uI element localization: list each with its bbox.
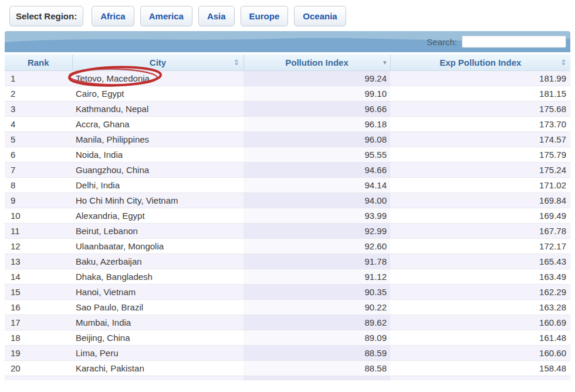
cell-pollution: 91.12 bbox=[243, 269, 390, 284]
cell-rank: 15 bbox=[5, 284, 72, 299]
cell-exp: 175.79 bbox=[390, 147, 570, 162]
column-header-city[interactable]: City ⇕ bbox=[72, 55, 243, 70]
table-row[interactable]: 15Hanoi, Vietnam90.35162.29 bbox=[5, 284, 570, 299]
table-row[interactable]: 16Sao Paulo, Brazil90.22163.28 bbox=[5, 299, 570, 315]
table-row[interactable]: 13Baku, Azerbaijan91.78165.43 bbox=[5, 254, 570, 269]
cell-pollution: 89.09 bbox=[243, 330, 390, 345]
cell-city bbox=[72, 376, 243, 380]
cell-exp: 163.49 bbox=[390, 269, 570, 284]
cell-exp: 162.29 bbox=[390, 284, 570, 299]
cell-city: Cairo, Egypt bbox=[72, 86, 243, 101]
cell-exp: 165.43 bbox=[390, 254, 570, 269]
cell-rank: 7 bbox=[5, 162, 72, 177]
table-row[interactable]: 5Manila, Philippines96.08174.57 bbox=[5, 131, 570, 147]
region-button-asia[interactable]: Asia bbox=[198, 6, 235, 26]
pollution-table: Rank City ⇕ Pollution Index ▾ Exp Pollut… bbox=[5, 55, 570, 380]
cell-pollution: 96.18 bbox=[243, 116, 390, 131]
table-row[interactable]: 7Guangzhou, China94.66175.24 bbox=[5, 162, 570, 177]
table-row[interactable]: 18Beijing, China89.09161.48 bbox=[5, 330, 570, 345]
table-row[interactable]: 19Lima, Peru88.59160.60 bbox=[5, 345, 570, 360]
table-row[interactable]: 12Ulaanbaatar, Mongolia92.60172.17 bbox=[5, 238, 570, 254]
cell-pollution: 99.24 bbox=[243, 70, 390, 86]
cell-city: Delhi, India bbox=[72, 177, 243, 192]
cell-pollution: 99.10 bbox=[243, 86, 390, 101]
cell-city: Manila, Philippines bbox=[72, 131, 243, 147]
cell-city: Sao Paulo, Brazil bbox=[72, 299, 243, 315]
cell-rank: 6 bbox=[5, 147, 72, 162]
cell-pollution: 96.66 bbox=[243, 101, 390, 116]
pollution-table-widget: Search: Rank City ⇕ Pollution Index ▾ bbox=[5, 31, 570, 380]
region-button-europe[interactable]: Europe bbox=[241, 6, 289, 26]
cell-rank: 12 bbox=[5, 238, 72, 254]
cell-pollution: 90.22 bbox=[243, 299, 390, 315]
cell-exp: 160.60 bbox=[390, 345, 570, 360]
table-row[interactable]: 3Kathmandu, Nepal96.66175.68 bbox=[5, 101, 570, 116]
cell-city: Dhaka, Bangladesh bbox=[72, 269, 243, 284]
table-header-row: Rank City ⇕ Pollution Index ▾ Exp Pollut… bbox=[5, 55, 570, 70]
table-row[interactable]: 2Cairo, Egypt99.10181.15 bbox=[5, 86, 570, 101]
sort-desc-icon[interactable]: ▾ bbox=[383, 59, 387, 66]
cell-exp: 181.15 bbox=[390, 86, 570, 101]
cell-city: Mumbai, India bbox=[72, 315, 243, 330]
region-button-america[interactable]: America bbox=[140, 6, 192, 26]
cell-city: Beirut, Lebanon bbox=[72, 223, 243, 238]
cell-rank: 4 bbox=[5, 116, 72, 131]
cell-exp: 173.70 bbox=[390, 116, 570, 131]
table-toolbar: Search: bbox=[5, 31, 570, 52]
cell-exp: 167.78 bbox=[390, 223, 570, 238]
sort-both-icon[interactable]: ⇕ bbox=[234, 58, 240, 67]
cell-pollution: 92.60 bbox=[243, 238, 390, 254]
table-row[interactable]: 1Tetovo, Macedonia99.24181.99 bbox=[5, 70, 570, 86]
table-body: 1Tetovo, Macedonia99.24181.992Cairo, Egy… bbox=[5, 70, 570, 380]
cell-rank: 3 bbox=[5, 101, 72, 116]
table-row[interactable]: 17Mumbai, India89.62160.69 bbox=[5, 315, 570, 330]
cell-exp: 172.17 bbox=[390, 238, 570, 254]
cell-rank: 1 bbox=[5, 70, 72, 86]
cell-pollution: 89.62 bbox=[243, 315, 390, 330]
cell-rank: 8 bbox=[5, 177, 72, 192]
select-region-label: Select Region: bbox=[9, 6, 83, 26]
cell-rank: 2 bbox=[5, 86, 72, 101]
cell-exp: 171.02 bbox=[390, 177, 570, 192]
cell-city: Tetovo, Macedonia bbox=[72, 70, 243, 86]
region-button-africa[interactable]: Africa bbox=[92, 6, 134, 26]
sort-both-icon[interactable]: ⇕ bbox=[560, 58, 567, 67]
column-header-rank[interactable]: Rank bbox=[5, 55, 72, 70]
region-button-oceania[interactable]: Oceania bbox=[294, 6, 346, 26]
cell-rank: 19 bbox=[5, 345, 72, 360]
cell-pollution: 88.59 bbox=[243, 345, 390, 360]
cell-city: Alexandria, Egypt bbox=[72, 208, 243, 223]
cell-exp: 175.24 bbox=[390, 162, 570, 177]
cell-rank: 10 bbox=[5, 208, 72, 223]
cell-exp: 158.48 bbox=[390, 360, 570, 376]
table-row[interactable]: 14Dhaka, Bangladesh91.12163.49 bbox=[5, 269, 570, 284]
table-row[interactable]: 20Karachi, Pakistan88.58158.48 bbox=[5, 360, 570, 376]
table-row[interactable]: 6Noida, India95.55175.79 bbox=[5, 147, 570, 162]
cell-exp: 163.28 bbox=[390, 299, 570, 315]
search-input[interactable] bbox=[462, 36, 566, 48]
table-row[interactable]: 4Accra, Ghana96.18173.70 bbox=[5, 116, 570, 131]
cell-pollution: 88.58 bbox=[243, 360, 390, 376]
cell-pollution: 90.35 bbox=[243, 284, 390, 299]
cell-exp: 169.84 bbox=[390, 192, 570, 208]
cell-pollution: 91.78 bbox=[243, 254, 390, 269]
cell-rank: 20 bbox=[5, 360, 72, 376]
cell-rank: 11 bbox=[5, 223, 72, 238]
table-row[interactable]: 9Ho Chi Minh City, Vietnam94.00169.84 bbox=[5, 192, 570, 208]
cell-exp: 161.48 bbox=[390, 330, 570, 345]
cell-pollution bbox=[243, 376, 390, 380]
cell-pollution: 96.08 bbox=[243, 131, 390, 147]
column-header-exp-pollution-index[interactable]: Exp Pollution Index ⇕ bbox=[390, 55, 570, 70]
cell-pollution: 94.66 bbox=[243, 162, 390, 177]
table-row[interactable]: 8Delhi, India94.14171.02 bbox=[5, 177, 570, 192]
cell-city: Accra, Ghana bbox=[72, 116, 243, 131]
cell-pollution: 94.14 bbox=[243, 177, 390, 192]
cell-city: Noida, India bbox=[72, 147, 243, 162]
cell-city: Lima, Peru bbox=[72, 345, 243, 360]
table-row[interactable]: 11Beirut, Lebanon92.99167.78 bbox=[5, 223, 570, 238]
table-row[interactable]: 10Alexandria, Egypt93.99169.49 bbox=[5, 208, 570, 223]
cell-rank: 13 bbox=[5, 254, 72, 269]
column-header-pollution-index[interactable]: Pollution Index ▾ bbox=[243, 55, 390, 70]
cell-city: Baku, Azerbaijan bbox=[72, 254, 243, 269]
cell-pollution: 94.00 bbox=[243, 192, 390, 208]
